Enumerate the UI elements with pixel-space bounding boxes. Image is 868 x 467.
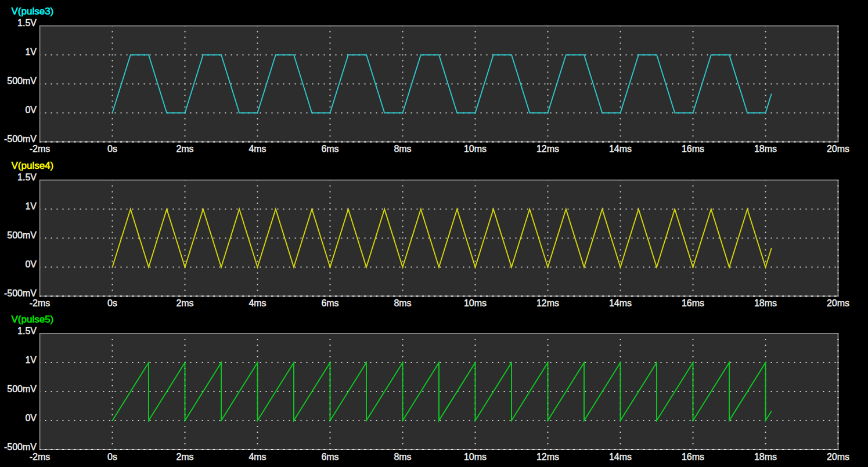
svg-text:10ms: 10ms [464,298,487,308]
svg-text:-2ms: -2ms [30,452,51,462]
svg-text:0s: 0s [107,452,117,462]
svg-text:V(pulse5): V(pulse5) [12,314,54,325]
svg-text:1.5V: 1.5V [17,326,37,336]
svg-text:4ms: 4ms [248,452,266,462]
svg-text:500mV: 500mV [7,230,37,240]
svg-text:1V: 1V [25,201,37,211]
svg-text:16ms: 16ms [682,452,704,462]
svg-text:14ms: 14ms [609,298,632,308]
svg-text:2ms: 2ms [176,298,193,308]
svg-text:1V: 1V [25,47,37,57]
svg-text:-500mV: -500mV [4,442,37,452]
svg-text:2ms: 2ms [176,144,193,154]
svg-text:V(pulse3): V(pulse3) [12,6,54,17]
svg-text:20ms: 20ms [827,144,849,154]
svg-text:12ms: 12ms [536,144,559,154]
svg-text:6ms: 6ms [321,144,338,154]
svg-text:0s: 0s [107,144,117,154]
svg-text:12ms: 12ms [536,298,559,308]
svg-text:18ms: 18ms [754,144,777,154]
svg-text:V(pulse4): V(pulse4) [12,160,54,171]
svg-text:8ms: 8ms [394,452,411,462]
svg-text:500mV: 500mV [7,76,37,86]
svg-text:1.5V: 1.5V [17,18,37,28]
svg-text:6ms: 6ms [321,298,338,308]
svg-text:10ms: 10ms [464,452,487,462]
svg-text:-2ms: -2ms [30,144,51,154]
svg-text:0V: 0V [25,259,37,269]
svg-text:1.5V: 1.5V [17,172,37,182]
svg-text:20ms: 20ms [827,452,849,462]
svg-text:14ms: 14ms [609,452,632,462]
svg-text:1V: 1V [25,355,37,365]
svg-text:-2ms: -2ms [30,298,51,308]
svg-text:500mV: 500mV [7,384,37,394]
svg-text:4ms: 4ms [248,298,266,308]
svg-text:6ms: 6ms [321,452,338,462]
svg-text:16ms: 16ms [682,144,704,154]
svg-text:18ms: 18ms [754,452,777,462]
svg-text:8ms: 8ms [394,298,411,308]
svg-text:8ms: 8ms [394,144,411,154]
svg-text:2ms: 2ms [176,452,193,462]
svg-text:18ms: 18ms [754,298,777,308]
svg-text:16ms: 16ms [682,298,704,308]
svg-text:0V: 0V [25,105,37,115]
svg-text:4ms: 4ms [248,144,266,154]
svg-text:-500mV: -500mV [4,134,37,144]
svg-text:10ms: 10ms [464,144,487,154]
svg-text:0s: 0s [107,298,117,308]
svg-text:0V: 0V [25,413,37,423]
svg-text:14ms: 14ms [609,144,632,154]
svg-text:12ms: 12ms [536,452,559,462]
svg-text:-500mV: -500mV [4,288,37,298]
svg-text:20ms: 20ms [827,298,849,308]
